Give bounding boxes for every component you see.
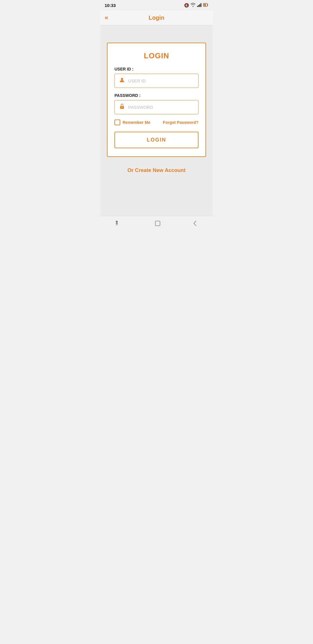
password-input-wrapper	[114, 100, 199, 114]
wifi-icon	[190, 3, 196, 8]
bottom-nav	[100, 216, 213, 232]
svg-rect-10	[116, 223, 118, 224]
main-content: LOGIN USER ID : PASSWORD :	[100, 25, 213, 216]
svg-rect-5	[204, 4, 206, 6]
svg-rect-3	[201, 3, 201, 7]
user-id-input[interactable]	[128, 78, 194, 83]
svg-rect-2	[199, 4, 200, 7]
svg-point-6	[121, 78, 123, 80]
remember-me-section: Remember Me	[114, 120, 150, 125]
nav-back-icon[interactable]	[193, 220, 197, 228]
app-bar-title: Login	[149, 15, 164, 21]
status-time: 10:33	[105, 3, 116, 8]
login-button[interactable]: LOGIN	[114, 132, 199, 148]
battery-icon	[203, 3, 208, 8]
user-id-input-wrapper	[114, 74, 199, 88]
password-label: PASSWORD :	[114, 93, 199, 98]
password-input[interactable]	[128, 105, 194, 110]
remember-forgot-row: Remember Me Forgot Password?	[114, 120, 199, 125]
status-icons: 🔇	[184, 3, 208, 8]
svg-rect-0	[197, 6, 198, 7]
svg-rect-1	[198, 5, 199, 7]
nav-menu-icon[interactable]	[116, 221, 122, 227]
login-card-title: LOGIN	[114, 51, 199, 60]
create-account-link[interactable]: Or Create New Account	[128, 167, 185, 173]
login-card: LOGIN USER ID : PASSWORD :	[107, 43, 206, 157]
svg-rect-9	[116, 221, 118, 222]
svg-rect-12	[155, 221, 160, 226]
signal-icon	[197, 3, 202, 8]
lock-icon	[119, 103, 125, 111]
back-button[interactable]: «	[105, 15, 108, 21]
remember-me-checkbox[interactable]	[114, 120, 120, 125]
forgot-password-link[interactable]: Forgot Password?	[163, 120, 199, 125]
remember-me-label[interactable]: Remember Me	[123, 120, 150, 125]
status-bar: 10:33 🔇	[100, 0, 213, 10]
mute-icon: 🔇	[184, 3, 189, 8]
user-icon	[119, 77, 125, 85]
nav-home-icon[interactable]	[154, 220, 161, 228]
svg-point-8	[122, 107, 123, 108]
svg-rect-11	[116, 225, 118, 225]
app-bar: « Login	[100, 10, 213, 25]
user-id-label: USER ID :	[114, 67, 199, 71]
